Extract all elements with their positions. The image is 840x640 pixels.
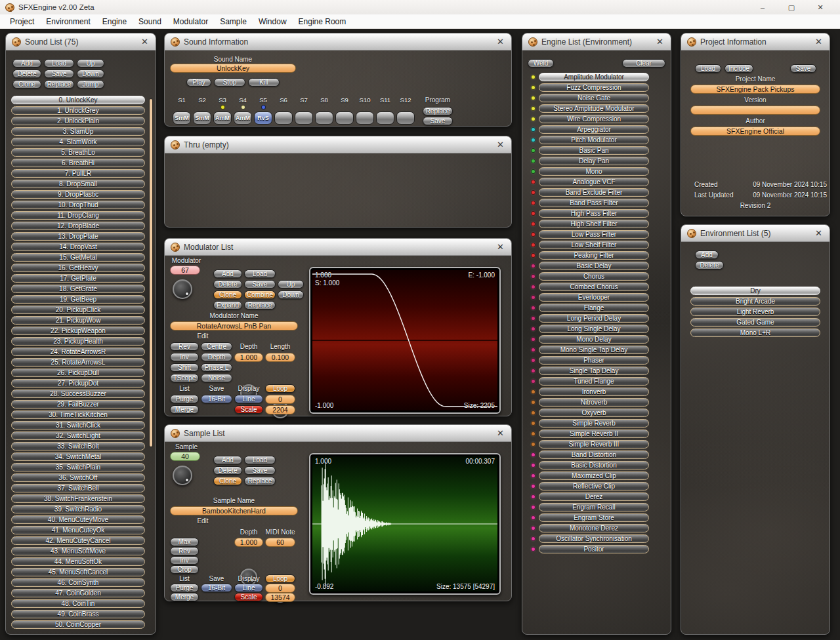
modulator-replace-button[interactable]: Replace bbox=[244, 301, 276, 310]
program-slot-button[interactable]: AmM bbox=[234, 111, 252, 125]
sample-line-button[interactable]: Line bbox=[234, 584, 263, 592]
midi-note-field[interactable]: 60 bbox=[265, 538, 295, 547]
sound-list-item[interactable]: 44. MenuSoftOk bbox=[11, 557, 145, 566]
engine-list-item-label[interactable]: High Pass Filter bbox=[539, 209, 649, 218]
mod-shift-button[interactable]: Shift bbox=[170, 363, 199, 372]
engine-list-item-label[interactable]: Arpeggiator bbox=[539, 125, 649, 134]
engine-list-item[interactable]: Simple Reverb III bbox=[522, 440, 671, 449]
sound-list-scrollbar[interactable] bbox=[150, 99, 152, 447]
sound-list-item[interactable]: 10. DropThud bbox=[11, 201, 145, 209]
menu-item[interactable]: Window bbox=[253, 17, 293, 26]
menu-item[interactable]: Modulator bbox=[167, 17, 214, 26]
sound-list-item[interactable]: 3. SlamUp bbox=[11, 127, 145, 136]
mod-centre-button[interactable]: Centre bbox=[201, 342, 232, 351]
mod-inv-button[interactable]: Inv bbox=[170, 353, 199, 361]
engine-list-item-label[interactable]: Simple Reverb bbox=[539, 419, 649, 428]
sound-up-button[interactable]: Up bbox=[77, 59, 104, 68]
modulator-combine-button[interactable]: Combine bbox=[244, 290, 276, 299]
program-replace-button[interactable]: Replace bbox=[423, 107, 453, 115]
engine-list-item[interactable]: Band Pass Filter bbox=[522, 199, 671, 207]
engine-list-item-label[interactable]: Band Pass Filter bbox=[539, 199, 649, 207]
mod-phase-button[interactable]: Phase L bbox=[201, 363, 232, 372]
mod-depth-field[interactable]: 1.000 bbox=[234, 353, 263, 362]
sound-list-item[interactable]: 33. SwitchBolt bbox=[11, 442, 145, 450]
engine-list-item-label[interactable]: Flange bbox=[539, 304, 649, 312]
engine-list-item-label[interactable]: Basic Pan bbox=[539, 146, 649, 155]
modulator-down-button[interactable]: Down bbox=[278, 290, 304, 299]
engine-list-item[interactable]: Mono Delay bbox=[522, 335, 671, 344]
sound-list-item[interactable]: 4. SlamWork bbox=[11, 138, 145, 146]
sample-depth-field[interactable]: 1.000 bbox=[234, 538, 263, 547]
engine-list-item-label[interactable]: Basic Delay bbox=[539, 262, 649, 270]
menu-item[interactable]: Sound bbox=[133, 17, 167, 26]
engine-list-item[interactable]: Noise Gate bbox=[522, 94, 671, 102]
engine-list-item-label[interactable]: Stereo Amplitude Modulator bbox=[539, 104, 649, 113]
sound-name-field[interactable]: UnlockKey bbox=[170, 64, 296, 73]
engine-list-item[interactable]: Maximized Clip bbox=[522, 471, 671, 480]
mod-scale-button[interactable]: Scale bbox=[234, 405, 263, 414]
engine-list-item-label[interactable]: Combed Chorus bbox=[539, 283, 649, 291]
clear-button[interactable]: Clear bbox=[622, 59, 665, 68]
maximize-button[interactable]: ▢ bbox=[777, 0, 806, 14]
sound-add-button[interactable]: Add bbox=[12, 59, 41, 68]
engine-list-item[interactable]: Amplitude Modulator bbox=[522, 73, 671, 81]
sound-list-item[interactable]: 20. PickupClick bbox=[11, 306, 145, 314]
sound-list-item[interactable]: 27. PickupDot bbox=[11, 379, 145, 388]
program-slot-button[interactable] bbox=[295, 111, 313, 125]
engine-list-item-label[interactable]: Simple Reverb II bbox=[539, 430, 649, 438]
program-slot-button[interactable]: SmM bbox=[173, 111, 191, 125]
close-icon[interactable]: ✕ bbox=[814, 228, 824, 238]
sound-list-item[interactable]: 36. SwitchOff bbox=[11, 473, 145, 482]
mod-loop-field[interactable]: 0 bbox=[265, 395, 295, 404]
sample-rev-button[interactable]: Rev bbox=[170, 547, 199, 555]
environment-list-item[interactable]: Light Reverb bbox=[690, 308, 820, 316]
environment-add-button[interactable]: Add bbox=[695, 250, 719, 259]
engine-list-item-label[interactable]: Simple Reverb III bbox=[539, 440, 649, 449]
sound-list-item[interactable]: 34. SwitchMetal bbox=[11, 452, 145, 461]
engine-list-item-label[interactable]: Band Exclude Filter bbox=[539, 188, 649, 197]
close-icon[interactable]: ✕ bbox=[495, 428, 505, 438]
engine-list-item[interactable]: Basic Distortion bbox=[522, 461, 671, 470]
engine-list-item[interactable]: Phaser bbox=[522, 356, 671, 365]
engine-list-item-label[interactable]: Ironverb bbox=[539, 388, 649, 396]
modulator-save-button[interactable]: Save bbox=[244, 280, 276, 289]
engine-list-item[interactable]: Reflective Clip bbox=[522, 482, 671, 490]
sound-list-item[interactable]: 13. DropPlate bbox=[11, 232, 145, 241]
project-load-button[interactable]: Load bbox=[695, 64, 721, 73]
sample-inv-button[interactable]: Inv bbox=[170, 556, 199, 565]
menu-item[interactable]: Project bbox=[4, 17, 40, 26]
project-name-field[interactable]: SFXEngine Pack Pickups bbox=[690, 85, 820, 94]
engine-list-item-label[interactable]: Mono Delay bbox=[539, 335, 649, 344]
engine-list-item-label[interactable]: Nitroverb bbox=[539, 398, 649, 407]
modulator-select-knob[interactable] bbox=[173, 279, 192, 299]
sample-crop-button[interactable]: Crop bbox=[170, 565, 199, 574]
sound-list-item[interactable]: 9. DropPlastic bbox=[11, 190, 145, 199]
modulator-up-button[interactable]: Up bbox=[278, 280, 304, 289]
program-save-button[interactable]: Save bbox=[423, 117, 453, 125]
sample-clone-button[interactable]: Clone bbox=[213, 477, 242, 485]
engine-list-item-label[interactable]: Basic Distortion bbox=[539, 461, 649, 470]
engine-list-item-label[interactable]: Fuzz Compression bbox=[539, 83, 649, 92]
engine-list-item-label[interactable]: Engram Store bbox=[539, 513, 649, 522]
engine-list-item-label[interactable]: Positor bbox=[539, 545, 649, 553]
program-slot-button[interactable]: RvS bbox=[254, 111, 272, 125]
mod-size-field[interactable]: 2204 bbox=[265, 405, 295, 414]
sound-jump-button[interactable]: Jump bbox=[77, 80, 104, 89]
sound-list-item[interactable]: 25. RotateArrowsL bbox=[11, 358, 145, 367]
engine-list-item[interactable]: Wire Compression bbox=[522, 115, 671, 123]
sound-list-item[interactable]: 45. MenuSoftCancel bbox=[11, 568, 145, 576]
sound-list-item[interactable]: 41. MenuCuteyOk bbox=[11, 526, 145, 534]
author-field[interactable]: SFXEngine Official bbox=[690, 127, 820, 136]
sound-list-item[interactable]: 46. CoinSynth bbox=[11, 578, 145, 587]
sound-list-item[interactable]: 32. SwitchLight bbox=[11, 431, 145, 440]
sound-list-item[interactable]: 42. MenuCuteyCancel bbox=[11, 536, 145, 545]
sample-name-field[interactable]: BambooKitchenHard bbox=[170, 506, 298, 515]
engine-list-item-label[interactable]: Maximized Clip bbox=[539, 471, 649, 480]
modulator-index-field[interactable]: 67 bbox=[170, 266, 200, 275]
sample-index-field[interactable]: 40 bbox=[170, 452, 200, 461]
play-button[interactable]: Play bbox=[186, 78, 211, 87]
engine-list-item[interactable]: Monotone Derez bbox=[522, 524, 671, 532]
modulator-display[interactable]: 1.000 S: 1.000 E: -1.000 -1.000 Size: 22… bbox=[309, 267, 501, 414]
sound-list-item[interactable]: 49. CoinBrass bbox=[11, 610, 145, 618]
sound-list-item[interactable]: 2. UnlockPlain bbox=[11, 117, 145, 125]
